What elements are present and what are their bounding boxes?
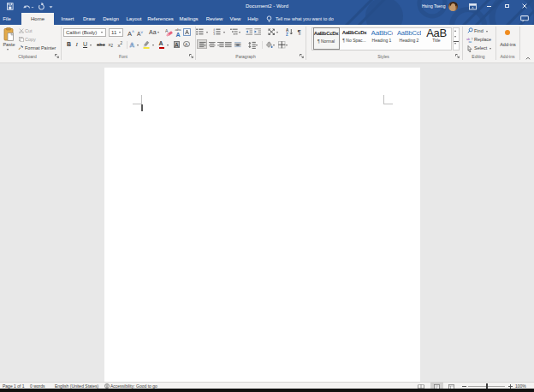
svg-text:A: A xyxy=(165,28,169,33)
svg-text:A: A xyxy=(175,32,180,37)
svg-text:3: 3 xyxy=(213,33,215,35)
svg-text:Z: Z xyxy=(286,33,288,36)
svg-text:ac: ac xyxy=(468,39,472,42)
